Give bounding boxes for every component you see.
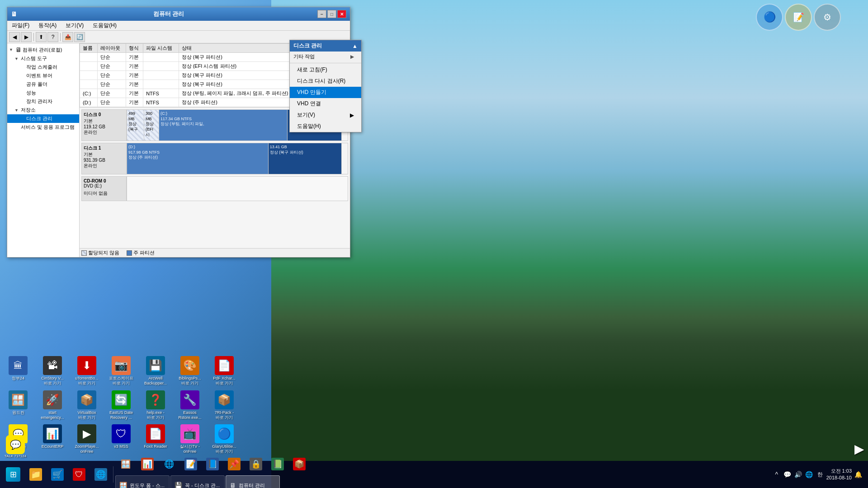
col-volume: 볼륨 (80, 44, 98, 53)
notes-icon[interactable]: 📝 (785, 4, 812, 31)
taskbar-app-diskmanager[interactable]: 💾 꼭 - 디스크 관... (170, 475, 225, 488)
toolbar-forward[interactable]: ▶ (21, 32, 32, 42)
prog-virtualbox[interactable]: 📦 VirtualBox바로 가기 (71, 389, 103, 422)
prog-jungbu24[interactable]: 🏛 정부24 (2, 355, 34, 387)
ctx-item-refresh[interactable]: 새로 고침(F) (290, 64, 361, 75)
taskbar-chrome[interactable]: 🌐 (159, 454, 179, 474)
taskbar-file-explorer[interactable]: 📁 (25, 464, 46, 485)
toolbar-up[interactable]: ⬆ (36, 32, 47, 42)
prog-cinstory[interactable]: 📽 CinStory V...바로 가기 (36, 355, 69, 387)
partition-efi[interactable]: 300 MB정상 (EFI 시 (144, 110, 159, 141)
ctx-item-view[interactable]: 보기(V) ▶ (290, 109, 361, 121)
col-status: 상태 (179, 44, 303, 53)
tree-item-scheduler[interactable]: 작업 스케줄러 (7, 63, 79, 71)
tree-item-storage[interactable]: ▼ 저장소 (7, 106, 79, 114)
menu-action[interactable]: 동작(A) (36, 21, 59, 30)
taskbar-powerpoint[interactable]: 📊 (137, 454, 158, 474)
prog-tvlive[interactable]: 📺 실시간TV -onFree (174, 423, 206, 455)
table-cell-volume: (C:) (80, 89, 98, 98)
tray-network[interactable]: 🌐 (805, 470, 814, 479)
prog-7rtpack[interactable]: 📦 7Rt-Pack -바로 가기 (208, 389, 241, 422)
prog-eastus[interactable]: 🔄 EastUS DateRecovery ... (105, 389, 137, 422)
prog-emergency[interactable]: 🚀 startemergency... (36, 389, 69, 422)
table-cell-volume (80, 62, 98, 71)
col-format: 형식 (126, 44, 143, 53)
ctx-item-attach-vhd[interactable]: VHD 연결 (290, 98, 361, 109)
prog-pdfxchange[interactable]: 📄 PdF Xchar...바로 가기 (208, 355, 241, 387)
tray-volume[interactable]: 🔊 (794, 470, 803, 479)
ctx-item-rescan[interactable]: 디스크 다시 검사(R) (290, 75, 361, 87)
toolbar-export[interactable]: 📤 (62, 32, 73, 42)
taskbar-store[interactable]: 🛒 (47, 464, 68, 485)
menu-file[interactable]: 파일(F) (9, 21, 32, 30)
settings-icon[interactable]: ⚙ (814, 4, 841, 31)
tree-item-disk-mgmt[interactable]: 디스크 관리 (7, 114, 79, 123)
legend-primary: 주 파티션 (127, 249, 155, 256)
maximize-button[interactable]: □ (327, 10, 336, 18)
disk-1-scrollbar[interactable] (342, 143, 348, 174)
app-label-diskmanager: 꼭 - 디스크 관... (185, 482, 220, 488)
taskbar-lock[interactable]: 🔒 (245, 454, 266, 474)
table-cell-fs (143, 80, 179, 89)
start-button[interactable]: ⊞ (2, 463, 24, 486)
prog-glary[interactable]: 🔵 GlaryUtilitie...바로 가기 (208, 423, 241, 455)
toolbar-help[interactable]: ? (47, 32, 58, 42)
tray-lang[interactable]: 한 (816, 470, 825, 479)
taskbar-pin[interactable]: 📌 (224, 454, 245, 474)
prog-eassos[interactable]: 🔧 EassosRstore.exe... (174, 389, 206, 422)
minimize-button[interactable]: − (317, 10, 326, 18)
prog-zoomplay[interactable]: ▶ ZoomPlaye...onFree (71, 423, 103, 455)
taskbar-ie[interactable]: 🌐 (90, 464, 111, 485)
taskbar-word[interactable]: 📝 (180, 454, 201, 474)
taskbar-security[interactable]: 🛡 (69, 464, 90, 485)
legend-primary-label: 주 파티션 (133, 249, 155, 256)
tree-panel: ▼ 🖥 컴퓨터 관리(로컬) ▼ 시스템 도구 작업 스케줄러 이벤트 뷰어 공… (7, 43, 80, 257)
menu-view[interactable]: 보기(V) (63, 21, 86, 30)
partition-c[interactable]: (C:)117.34 GB NTFS정상 (부팅, 페이지 파일, (159, 110, 288, 141)
taskbar-oracle[interactable]: 📦 (289, 454, 310, 474)
tree-item-event[interactable]: 이벤트 뷰어 (7, 71, 79, 80)
prog-biblings[interactable]: 🎨 BiblingsPs...바로 가기 (174, 355, 206, 387)
partition-d[interactable]: (D:)917.98 GB NTFS정상 (주 파티션) (127, 143, 269, 174)
talk-icon[interactable]: 💬 TALK 717124 (2, 433, 29, 460)
taskbar-app-windows-form[interactable]: 🪟 윈도우 폼 - 스... (115, 475, 170, 488)
prog-ecount[interactable]: 📊 ECountERP (36, 423, 69, 455)
tree-item-performance[interactable]: 성능 (7, 89, 79, 97)
prog-windcon[interactable]: 🪟 원드컨 (2, 389, 34, 422)
prog-v3mss[interactable]: 🛡 v3 MSS (105, 423, 137, 455)
taskbar-app-computer-mgmt[interactable]: 🖥 컴퓨터 관리 (226, 475, 280, 488)
right-icon[interactable]: ▶ (854, 441, 864, 456)
prog-foxit[interactable]: 📄 Foxit Reader (139, 423, 172, 455)
system-clock[interactable]: 오전 1:03 2018-08-10 (826, 468, 852, 482)
ctx-item-create-vhd[interactable]: VHD 만들기 (290, 87, 361, 98)
menu-help[interactable]: 도움말(H) (90, 21, 119, 30)
legend-primary-box (127, 250, 132, 256)
tree-item-root[interactable]: ▼ 🖥 컴퓨터 관리(로컬) (7, 45, 79, 54)
tree-item-shared[interactable]: 공유 폴더 (7, 80, 79, 89)
taskbar-excel[interactable]: 📗 (267, 454, 288, 474)
table-cell-layout: 단순 (97, 80, 126, 89)
tree-item-device[interactable]: 장치 관리자 (7, 97, 79, 106)
taskbar-word2[interactable]: 📘 (202, 454, 223, 474)
tree-item-services[interactable]: 서비스 및 응용 프로그램 (7, 123, 79, 131)
toolbar-refresh[interactable]: 🔄 (74, 32, 85, 42)
prog-arcwell[interactable]: 💾 ArcWellBackupper... (139, 355, 172, 387)
tray-up-arrow[interactable]: ^ (772, 470, 781, 479)
prog-photoscape[interactable]: 📷 포토스케이프바로 가기 (105, 355, 137, 387)
toolbar-back[interactable]: ◀ (9, 32, 20, 42)
cortana-icon[interactable]: 🔵 (756, 4, 783, 31)
tray-notification[interactable]: 🔔 (854, 470, 863, 479)
partition-recovery-1[interactable]: 499 MB정상 (복구 (127, 110, 144, 141)
prog-utorrent[interactable]: ⬇ uTorrentBo...바로 가기 (71, 355, 103, 387)
tree-item-system[interactable]: ▼ 시스템 도구 (7, 54, 79, 63)
table-cell-volume (80, 80, 98, 89)
prog-helpexe[interactable]: ❓ help.exe -바로 가기 (139, 389, 172, 422)
table-cell-status: 정상 (복구 파티션) (179, 53, 303, 62)
taskbar-windows[interactable]: 🪟 (115, 454, 136, 474)
tray-chat[interactable]: 💬 (783, 470, 792, 479)
window-controls: − □ ✕ (317, 10, 346, 18)
close-button[interactable]: ✕ (337, 10, 346, 18)
disk-0-label: 디스크 0 기본 119.12 GB 온라인 (81, 109, 127, 141)
partition-recovery-3[interactable]: 13.41 GB정상 (복구 파티션) (269, 143, 341, 174)
ctx-item-help[interactable]: 도움말(H) (290, 121, 361, 132)
